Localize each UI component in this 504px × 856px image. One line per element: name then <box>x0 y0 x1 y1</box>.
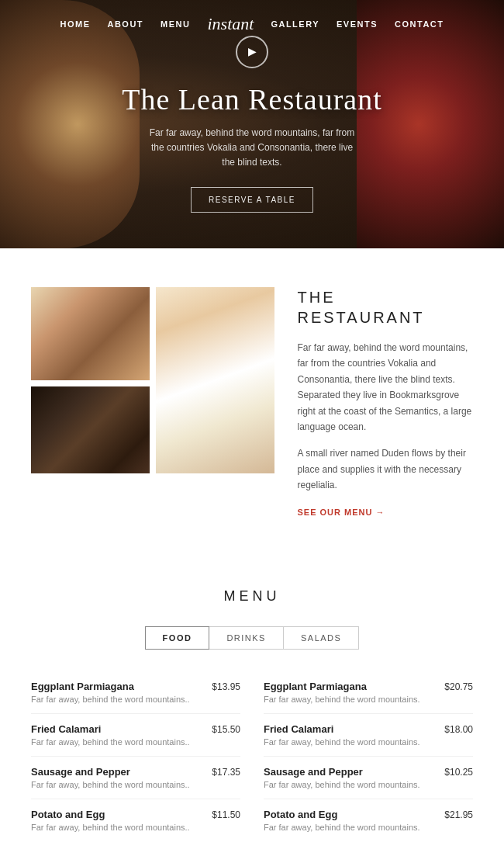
restaurant-text: THE RESTAURANT Far far away, behind the … <box>274 287 474 518</box>
menu-item: Potato and Egg $21.95 Far far away, behi… <box>264 799 473 841</box>
menu-tabs: FOOD DRINKS SALADS <box>31 626 473 650</box>
menu-item: Fried Calamari $15.50 Far far away, behi… <box>31 714 240 757</box>
menu-title: MENU <box>31 588 473 605</box>
food-image-2 <box>156 287 274 473</box>
hero-content: ▶ The Lean Restaurant Far far away, behi… <box>106 20 398 229</box>
nav-about[interactable]: ABOUT <box>107 19 143 29</box>
menu-item: Eggplant Parmiagana $20.75 Far far away,… <box>264 671 473 714</box>
restaurant-para-2: A small river named Duden flows by their… <box>298 445 474 493</box>
tab-food[interactable]: FOOD <box>145 626 210 650</box>
menu-item: Sausage and Pepper $17.35 Far far away, … <box>31 757 240 799</box>
menu-columns: Eggplant Parmiagana $13.95 Far far away,… <box>31 671 473 841</box>
see-menu-link[interactable]: SEE OUR MENU → <box>298 508 385 517</box>
nav-contact[interactable]: CONTACT <box>395 19 444 29</box>
nav-menu[interactable]: MENU <box>161 19 190 29</box>
navigation: HOME ABOUT MENU instant GALLERY EVENTS C… <box>0 0 504 48</box>
nav-brand[interactable]: instant <box>207 14 254 34</box>
reserve-table-button[interactable]: RESERVE A TABLE <box>191 187 313 213</box>
restaurant-images <box>31 287 274 473</box>
tab-salads[interactable]: SALADS <box>284 626 359 650</box>
menu-column-right: Eggplant Parmiagana $20.75 Far far away,… <box>264 671 473 841</box>
nav-home[interactable]: HOME <box>60 19 90 29</box>
nav-events[interactable]: EVENTS <box>337 19 378 29</box>
tab-drinks[interactable]: DRINKS <box>209 626 284 650</box>
restaurant-heading: THE RESTAURANT <box>298 287 474 327</box>
menu-item: Eggplant Parmiagana $13.95 Far far away,… <box>31 671 240 714</box>
menu-item: Potato and Egg $11.50 Far far away, behi… <box>31 799 240 841</box>
nav-gallery[interactable]: GALLERY <box>271 19 319 29</box>
menu-item: Fried Calamari $18.00 Far far away, behi… <box>264 714 473 757</box>
food-image-1 <box>31 287 150 380</box>
menu-item: Sausage and Pepper $10.25 Far far away, … <box>264 757 473 799</box>
hero-title: The Lean Restaurant <box>122 82 382 116</box>
menu-section: MENU FOOD DRINKS SALADS Eggplant Parmiag… <box>0 557 504 856</box>
restaurant-section: THE RESTAURANT Far far away, behind the … <box>0 248 504 557</box>
restaurant-para-1: Far far away, behind the word mountains,… <box>298 340 474 435</box>
hero-subtitle: Far far away, behind the word mountains,… <box>143 126 361 171</box>
food-image-3 <box>31 386 150 473</box>
menu-column-left: Eggplant Parmiagana $13.95 Far far away,… <box>31 671 240 841</box>
